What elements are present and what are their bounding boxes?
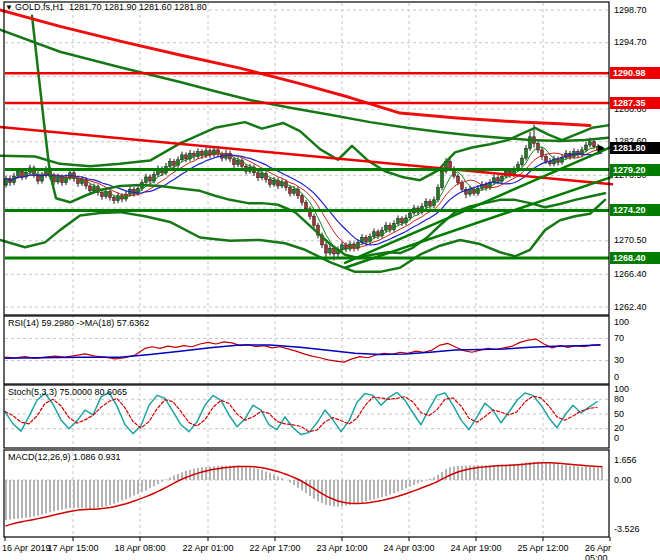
candle-body bbox=[325, 245, 328, 253]
candle-body bbox=[585, 145, 588, 150]
candle-body bbox=[461, 183, 464, 190]
candle-body bbox=[301, 196, 304, 203]
candle-body bbox=[401, 219, 404, 223]
candle-body bbox=[449, 161, 452, 168]
candle-body bbox=[21, 171, 24, 177]
candle-body bbox=[93, 187, 96, 191]
candle-body bbox=[149, 177, 152, 181]
upper-band-line bbox=[0, 122, 608, 180]
candle-body bbox=[529, 137, 532, 148]
candle-body bbox=[269, 179, 272, 184]
chart-canvas[interactable] bbox=[0, 0, 660, 560]
candle-body bbox=[341, 245, 344, 250]
candle-body bbox=[57, 177, 60, 182]
candle-body bbox=[409, 213, 412, 218]
candle-body bbox=[173, 161, 176, 165]
candle-body bbox=[521, 158, 524, 165]
rsi-pane-border bbox=[4, 316, 609, 384]
candle-body bbox=[89, 186, 92, 191]
macd-signal-line bbox=[6, 463, 602, 526]
candle-body bbox=[233, 159, 236, 165]
rsi-line bbox=[5, 339, 600, 362]
candle-body bbox=[425, 201, 428, 206]
candle-body bbox=[145, 177, 148, 183]
candle-body bbox=[537, 143, 540, 150]
candle-body bbox=[237, 161, 240, 165]
candle-body bbox=[397, 219, 400, 224]
chart-window: ▼ GOLD.fs,H1 1281.70 1281.90 1281.60 128… bbox=[0, 0, 660, 560]
candle-body bbox=[81, 179, 84, 183]
ma-fast-line bbox=[6, 146, 602, 250]
candle-body bbox=[17, 171, 20, 176]
candle-body bbox=[389, 225, 392, 229]
candle-body bbox=[101, 192, 104, 196]
candle-body bbox=[377, 232, 380, 236]
candle-body bbox=[429, 201, 432, 205]
candle-body bbox=[273, 180, 276, 184]
main-pane-border bbox=[4, 2, 609, 315]
candle-body bbox=[593, 142, 596, 147]
candle-body bbox=[365, 237, 368, 241]
candle-body bbox=[385, 225, 388, 230]
candle-body bbox=[313, 216, 316, 225]
candle-body bbox=[589, 142, 592, 145]
candle-body bbox=[497, 178, 500, 181]
candle-body bbox=[113, 197, 116, 200]
candle-body bbox=[441, 171, 444, 187]
candle-body bbox=[373, 232, 376, 237]
candle-body bbox=[457, 176, 460, 183]
candle-body bbox=[289, 188, 292, 194]
symbol-dropdown-icon[interactable]: ▼ bbox=[5, 3, 13, 12]
candle-body bbox=[185, 155, 188, 159]
candle-body bbox=[545, 156, 548, 161]
candle-body bbox=[293, 189, 296, 193]
candle-body bbox=[261, 174, 264, 178]
candle-body bbox=[305, 202, 308, 209]
candle-body bbox=[169, 161, 172, 166]
candle-body bbox=[329, 248, 332, 253]
candle-body bbox=[181, 155, 184, 160]
candle-body bbox=[525, 148, 528, 158]
candle-body bbox=[257, 173, 260, 178]
stoch-pane-border bbox=[4, 385, 609, 448]
